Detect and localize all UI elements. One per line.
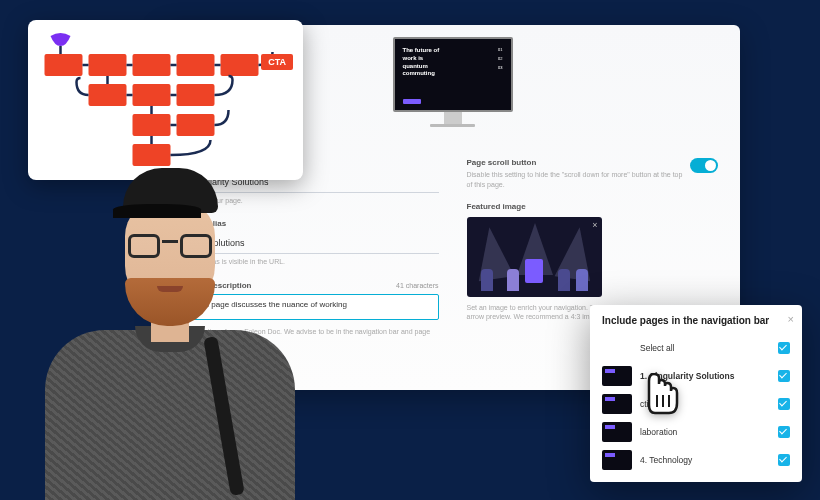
glasses-icon [128, 234, 212, 258]
monitor-item: 03 [498, 65, 502, 70]
featured-image-label: Featured image [467, 202, 719, 211]
person-icon [507, 269, 519, 291]
checkbox-icon[interactable] [778, 454, 790, 466]
person-icon [558, 269, 570, 291]
flow-node [89, 54, 127, 76]
nav-page-label: laboration [640, 427, 770, 437]
nav-popup-title: Include pages in the navigation bar [602, 315, 790, 326]
nav-select-all-label: Select all [640, 343, 770, 353]
flow-node [221, 54, 259, 76]
nav-page-row[interactable]: 4. Technology [602, 446, 790, 474]
nav-page-row[interactable]: 1. Singularity Solutions [602, 362, 790, 390]
monitor-stand [444, 112, 462, 124]
monitor-preview: The future of work is quantum commuting … [393, 37, 513, 127]
pointer-cursor-icon [635, 373, 685, 428]
flow-node [133, 114, 171, 136]
nav-page-row[interactable]: laboration [602, 418, 790, 446]
flow-diagram-svg [40, 32, 291, 168]
sweater [45, 330, 295, 500]
flow-node [133, 84, 171, 106]
monitor-headline: The future of work is quantum commuting [403, 47, 448, 78]
close-icon[interactable]: × [592, 220, 597, 230]
flow-node [89, 84, 127, 106]
nav-select-all-row[interactable]: Select all [602, 334, 790, 362]
char-count: 41 characters [396, 282, 438, 289]
checkbox-icon[interactable] [778, 370, 790, 382]
flow-node [45, 54, 83, 76]
monitor-cta-button [403, 99, 421, 104]
flow-node [177, 54, 215, 76]
person-icon [576, 269, 588, 291]
page-thumb [602, 422, 632, 442]
person-icon [481, 269, 493, 291]
page-thumb [602, 450, 632, 470]
checkbox-icon[interactable] [778, 426, 790, 438]
flow-node [133, 54, 171, 76]
nav-page-row[interactable]: ctivity [602, 390, 790, 418]
person-photo [45, 160, 295, 500]
monitor-item: 02 [498, 56, 502, 61]
scroll-button-toggle[interactable] [690, 158, 718, 173]
flow-diagram-card: CTA [28, 20, 303, 180]
flow-node [177, 84, 215, 106]
checkbox-icon[interactable] [778, 398, 790, 410]
monitor-screen: The future of work is quantum commuting … [393, 37, 513, 112]
parachute-icon [51, 33, 71, 46]
checkbox-icon[interactable] [778, 342, 790, 354]
page-thumb [602, 366, 632, 386]
scroll-button-desc: Disable this setting to hide the "scroll… [467, 170, 691, 190]
flow-node [177, 114, 215, 136]
cap-brim [113, 204, 201, 218]
featured-image-thumb[interactable]: × [467, 217, 602, 297]
close-icon[interactable]: × [788, 313, 794, 325]
page-thumb [602, 394, 632, 414]
monitor-base [430, 124, 475, 127]
mouth [157, 286, 183, 292]
scroll-button-title: Page scroll button [467, 158, 691, 167]
monitor-item: 01 [498, 47, 502, 52]
presentation-screen-icon [525, 259, 543, 283]
cta-badge: CTA [261, 54, 293, 70]
nav-page-label: 4. Technology [640, 455, 770, 465]
navigation-pages-popup: × Include pages in the navigation bar Se… [590, 305, 802, 482]
